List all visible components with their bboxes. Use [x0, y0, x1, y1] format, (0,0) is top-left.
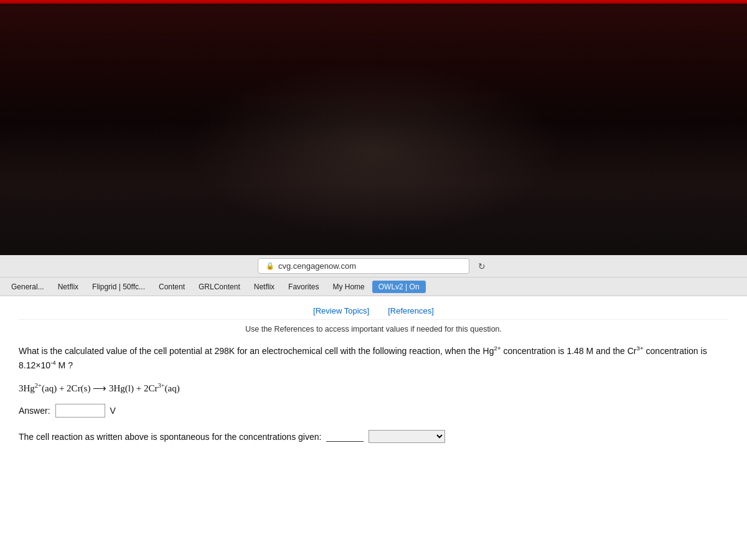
bookmarks-bar: General... Netflix Flipgrid | 50ffc... C…: [0, 278, 747, 296]
reflection: [187, 62, 560, 236]
spontaneous-row: The cell reaction as written above is sp…: [19, 430, 728, 443]
reaction-equation: 3Hg2+(aq) + 2Cr(s) ⟶ 3Hg(l) + 2Cr3+(aq): [19, 382, 728, 394]
url-text: cvg.cengagenow.com: [278, 261, 356, 271]
references-note: Use the References to access important v…: [19, 325, 728, 334]
references-link[interactable]: [References]: [388, 306, 434, 315]
address-bar: 🔒 cvg.cengagenow.com ↻: [0, 255, 747, 278]
review-topics-link[interactable]: [Review Topics]: [313, 306, 369, 315]
page-content: [Review Topics] [References] Use the Ref…: [0, 296, 747, 560]
url-bar[interactable]: 🔒 cvg.cengagenow.com: [258, 258, 469, 274]
spontaneous-blank: [326, 431, 364, 442]
bookmark-myhome[interactable]: My Home: [326, 281, 370, 293]
answer-unit: V: [110, 406, 116, 416]
lock-icon: 🔒: [266, 262, 275, 270]
review-topics-bar: [Review Topics] [References]: [19, 306, 728, 320]
bookmark-grlcontent[interactable]: GRLContent: [192, 281, 247, 293]
bookmark-content[interactable]: Content: [153, 281, 191, 293]
bookmark-netflix-1[interactable]: Netflix: [52, 281, 85, 293]
browser-window: 🔒 cvg.cengagenow.com ↻ General... Netfli…: [0, 255, 747, 560]
question-text: What is the calculated value of the cell…: [19, 343, 728, 372]
spontaneous-label: The cell reaction as written above is sp…: [19, 432, 321, 442]
answer-row: Answer: V: [19, 404, 728, 418]
top-accent-bar: [0, 0, 747, 4]
bookmark-general[interactable]: General...: [5, 281, 50, 293]
answer-input[interactable]: [55, 404, 105, 418]
reload-button[interactable]: ↻: [474, 260, 489, 273]
bookmark-owlv2[interactable]: OWLv2 | On: [372, 281, 426, 293]
bookmark-favorites[interactable]: Favorites: [282, 281, 325, 293]
bookmark-flipgrid[interactable]: Flipgrid | 50ffc...: [86, 281, 151, 293]
bookmark-netflix-2[interactable]: Netflix: [248, 281, 281, 293]
answer-label: Answer:: [19, 406, 50, 416]
spontaneous-dropdown[interactable]: spontaneous not spontaneous: [369, 430, 445, 443]
